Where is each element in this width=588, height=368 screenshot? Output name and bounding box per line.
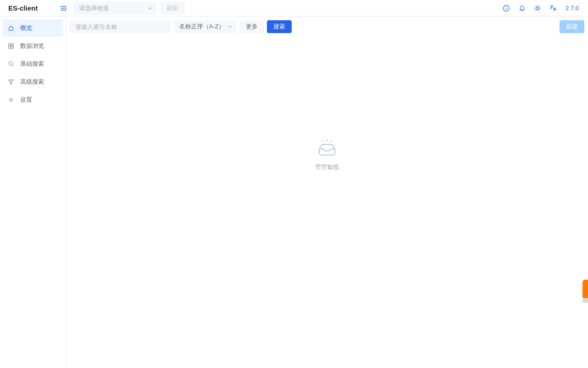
- sidebar-item-label: 数据浏览: [20, 42, 44, 50]
- filter-icon: [7, 78, 15, 86]
- svg-rect-17: [9, 46, 11, 48]
- svg-point-6: [536, 7, 539, 10]
- side-scroll-handle[interactable]: [582, 298, 588, 303]
- gear-icon: [7, 96, 15, 104]
- app-brand: ES-client: [8, 4, 58, 12]
- info-button[interactable]: [498, 2, 514, 15]
- svg-line-13: [535, 10, 536, 10]
- svg-point-19: [9, 62, 12, 65]
- main-content: 名称正序（A-Z） 更多 搜索 新建 空空如也: [66, 17, 588, 368]
- app-header: ES-client 请选择链接 刷新 2.7.0: [0, 0, 588, 17]
- svg-line-20: [12, 65, 13, 66]
- search-icon: [7, 60, 15, 68]
- sun-icon: [534, 5, 541, 12]
- sidebar-item-settings[interactable]: 设置: [3, 91, 63, 109]
- more-button[interactable]: 更多: [239, 20, 264, 33]
- sidebar-collapse-button[interactable]: [58, 3, 69, 14]
- svg-line-23: [322, 140, 324, 142]
- empty-icon: [317, 139, 338, 157]
- svg-rect-15: [9, 44, 11, 46]
- sidebar: 概览 数据浏览 基础搜索 高级搜索 设置: [0, 17, 66, 368]
- sidebar-item-label: 高级搜索: [20, 78, 44, 86]
- sidebar-item-label: 基础搜索: [20, 60, 44, 68]
- sidebar-item-label: 概览: [20, 24, 32, 32]
- svg-line-11: [535, 6, 536, 6]
- connection-placeholder: 请选择链接: [79, 4, 109, 12]
- refresh-button[interactable]: 刷新: [160, 2, 185, 15]
- sidebar-item-overview[interactable]: 概览: [3, 19, 63, 37]
- sidebar-item-label: 设置: [20, 96, 32, 104]
- svg-point-5: [506, 6, 506, 7]
- sidebar-item-basic-search[interactable]: 基础搜索: [3, 55, 63, 73]
- sidebar-item-data-browse[interactable]: 数据浏览: [3, 37, 63, 55]
- connection-select[interactable]: 请选择链接: [74, 2, 156, 15]
- side-drawer-handle[interactable]: [582, 280, 588, 299]
- svg-rect-18: [11, 46, 13, 48]
- create-button[interactable]: 新建: [560, 20, 584, 33]
- notifications-button[interactable]: [514, 2, 530, 15]
- svg-point-21: [10, 99, 12, 101]
- bell-icon: [519, 5, 526, 12]
- sort-label: 名称正序（A-Z）: [179, 23, 225, 31]
- chevron-down-icon: [147, 6, 153, 11]
- theme-button[interactable]: [530, 2, 545, 15]
- svg-line-24: [331, 140, 332, 142]
- home-icon: [7, 24, 15, 32]
- chevron-down-icon: [227, 24, 233, 29]
- empty-state: 空空如也: [70, 33, 584, 368]
- sidebar-item-advanced-search[interactable]: 高级搜索: [3, 73, 63, 91]
- info-icon: [503, 5, 510, 12]
- version-label[interactable]: 2.7.0: [561, 5, 583, 12]
- translate-icon: [549, 5, 557, 12]
- search-button[interactable]: 搜索: [267, 20, 292, 33]
- toolbar: 名称正序（A-Z） 更多 搜索 新建: [70, 20, 584, 33]
- grid-icon: [7, 42, 15, 50]
- index-search-input[interactable]: [70, 20, 171, 33]
- sort-select[interactable]: 名称正序（A-Z）: [174, 20, 237, 33]
- svg-line-14: [539, 6, 540, 6]
- svg-line-12: [539, 10, 540, 10]
- collapse-icon: [60, 5, 67, 12]
- language-button[interactable]: [545, 2, 561, 15]
- svg-rect-16: [11, 44, 13, 46]
- empty-text: 空空如也: [315, 163, 339, 171]
